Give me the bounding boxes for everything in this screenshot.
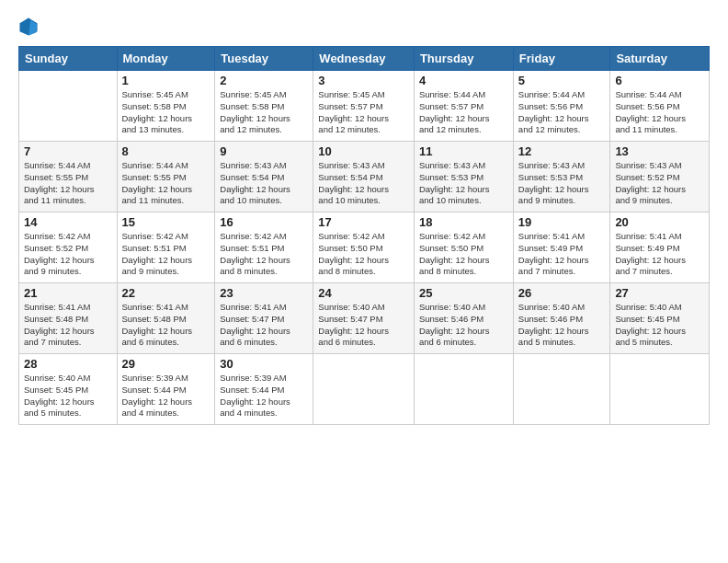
- cell-content: [24, 74, 112, 138]
- cell-info: Sunrise: 5:39 AM Sunset: 5:44 PM Dayligh…: [122, 373, 210, 419]
- calendar-cell: 12Sunrise: 5:43 AM Sunset: 5:53 PM Dayli…: [513, 142, 610, 213]
- cell-content: 2Sunrise: 5:45 AM Sunset: 5:58 PM Daylig…: [220, 74, 308, 138]
- cell-info: Sunrise: 5:45 AM Sunset: 5:58 PM Dayligh…: [220, 89, 308, 136]
- day-number: 27: [615, 286, 704, 300]
- cell-content: 13Sunrise: 5:43 AM Sunset: 5:52 PM Dayli…: [615, 144, 704, 209]
- cell-content: 27Sunrise: 5:40 AM Sunset: 5:45 PM Dayli…: [615, 286, 704, 350]
- calendar-cell: 16Sunrise: 5:42 AM Sunset: 5:51 PM Dayli…: [215, 213, 313, 283]
- col-header-tuesday: Tuesday: [215, 47, 313, 71]
- col-header-thursday: Thursday: [414, 47, 513, 71]
- cell-content: 6Sunrise: 5:44 AM Sunset: 5:56 PM Daylig…: [615, 74, 704, 138]
- cell-content: 25Sunrise: 5:40 AM Sunset: 5:46 PM Dayli…: [419, 286, 508, 350]
- calendar-cell: 27Sunrise: 5:40 AM Sunset: 5:45 PM Dayli…: [610, 283, 710, 354]
- day-number: 8: [122, 144, 210, 158]
- calendar-table: SundayMondayTuesdayWednesdayThursdayFrid…: [18, 46, 710, 425]
- cell-content: [518, 357, 606, 421]
- calendar-cell: 11Sunrise: 5:43 AM Sunset: 5:53 PM Dayli…: [414, 142, 513, 213]
- calendar-cell: 10Sunrise: 5:43 AM Sunset: 5:54 PM Dayli…: [313, 142, 415, 213]
- cell-content: 19Sunrise: 5:41 AM Sunset: 5:49 PM Dayli…: [518, 215, 606, 280]
- day-number: 1: [122, 74, 210, 87]
- day-number: 22: [122, 286, 210, 300]
- cell-info: Sunrise: 5:42 AM Sunset: 5:51 PM Dayligh…: [122, 231, 210, 278]
- calendar-cell: 26Sunrise: 5:40 AM Sunset: 5:46 PM Dayli…: [513, 283, 610, 354]
- calendar-cell: 8Sunrise: 5:44 AM Sunset: 5:55 PM Daylig…: [117, 142, 215, 213]
- calendar-cell: 29Sunrise: 5:39 AM Sunset: 5:44 PM Dayli…: [117, 354, 215, 425]
- calendar-cell: 7Sunrise: 5:44 AM Sunset: 5:55 PM Daylig…: [19, 142, 118, 213]
- calendar-cell: 20Sunrise: 5:41 AM Sunset: 5:49 PM Dayli…: [610, 213, 710, 283]
- cell-info: Sunrise: 5:43 AM Sunset: 5:53 PM Dayligh…: [419, 160, 508, 207]
- day-number: 17: [318, 215, 409, 229]
- cell-info: Sunrise: 5:44 AM Sunset: 5:56 PM Dayligh…: [615, 89, 704, 136]
- cell-content: 5Sunrise: 5:44 AM Sunset: 5:56 PM Daylig…: [518, 74, 606, 138]
- day-number: 7: [24, 144, 112, 158]
- day-number: 29: [122, 357, 210, 371]
- calendar-cell: 13Sunrise: 5:43 AM Sunset: 5:52 PM Dayli…: [610, 142, 710, 213]
- cell-info: Sunrise: 5:41 AM Sunset: 5:47 PM Dayligh…: [220, 302, 308, 349]
- cell-info: Sunrise: 5:44 AM Sunset: 5:56 PM Dayligh…: [518, 89, 606, 136]
- calendar-cell: 22Sunrise: 5:41 AM Sunset: 5:48 PM Dayli…: [117, 283, 215, 354]
- cell-info: Sunrise: 5:44 AM Sunset: 5:55 PM Dayligh…: [24, 160, 112, 207]
- col-header-saturday: Saturday: [610, 47, 710, 71]
- cell-info: Sunrise: 5:40 AM Sunset: 5:45 PM Dayligh…: [24, 373, 112, 419]
- calendar-cell: [414, 354, 513, 425]
- col-header-sunday: Sunday: [19, 47, 118, 71]
- cell-content: 17Sunrise: 5:42 AM Sunset: 5:50 PM Dayli…: [318, 215, 409, 280]
- cell-info: Sunrise: 5:41 AM Sunset: 5:48 PM Dayligh…: [24, 302, 112, 349]
- cell-info: Sunrise: 5:41 AM Sunset: 5:48 PM Dayligh…: [122, 302, 210, 349]
- calendar-cell: [313, 354, 415, 425]
- cell-info: Sunrise: 5:42 AM Sunset: 5:50 PM Dayligh…: [318, 231, 409, 278]
- cell-content: 23Sunrise: 5:41 AM Sunset: 5:47 PM Dayli…: [220, 286, 308, 350]
- cell-info: Sunrise: 5:42 AM Sunset: 5:52 PM Dayligh…: [24, 231, 112, 278]
- day-number: 21: [24, 286, 112, 300]
- day-number: 30: [220, 357, 308, 371]
- cell-content: 14Sunrise: 5:42 AM Sunset: 5:52 PM Dayli…: [24, 215, 112, 280]
- cell-content: 26Sunrise: 5:40 AM Sunset: 5:46 PM Dayli…: [518, 286, 606, 350]
- calendar-cell: 15Sunrise: 5:42 AM Sunset: 5:51 PM Dayli…: [117, 213, 215, 283]
- calendar-cell: 24Sunrise: 5:40 AM Sunset: 5:47 PM Dayli…: [313, 283, 415, 354]
- cell-info: Sunrise: 5:40 AM Sunset: 5:45 PM Dayligh…: [615, 302, 704, 349]
- day-number: 6: [615, 74, 704, 87]
- calendar-cell: 6Sunrise: 5:44 AM Sunset: 5:56 PM Daylig…: [610, 71, 710, 142]
- day-number: 9: [220, 144, 308, 158]
- day-number: 24: [318, 286, 409, 300]
- day-number: 20: [615, 215, 704, 229]
- day-number: 2: [220, 74, 308, 87]
- day-number: 23: [220, 286, 308, 300]
- cell-info: Sunrise: 5:42 AM Sunset: 5:51 PM Dayligh…: [220, 231, 308, 278]
- day-number: 26: [518, 286, 606, 300]
- day-number: 25: [419, 286, 508, 300]
- day-number: 14: [24, 215, 112, 229]
- cell-info: Sunrise: 5:42 AM Sunset: 5:50 PM Dayligh…: [419, 231, 508, 278]
- cell-content: 8Sunrise: 5:44 AM Sunset: 5:55 PM Daylig…: [122, 144, 210, 209]
- cell-info: Sunrise: 5:44 AM Sunset: 5:57 PM Dayligh…: [419, 89, 508, 136]
- calendar-cell: 18Sunrise: 5:42 AM Sunset: 5:50 PM Dayli…: [414, 213, 513, 283]
- calendar-cell: 2Sunrise: 5:45 AM Sunset: 5:58 PM Daylig…: [215, 71, 313, 142]
- calendar-cell: 9Sunrise: 5:43 AM Sunset: 5:54 PM Daylig…: [215, 142, 313, 213]
- day-number: 4: [419, 74, 508, 87]
- cell-content: [615, 357, 704, 421]
- day-number: 19: [518, 215, 606, 229]
- cell-content: 21Sunrise: 5:41 AM Sunset: 5:48 PM Dayli…: [24, 286, 112, 350]
- cell-content: 30Sunrise: 5:39 AM Sunset: 5:44 PM Dayli…: [220, 357, 308, 421]
- header: [18, 17, 710, 37]
- calendar-cell: 21Sunrise: 5:41 AM Sunset: 5:48 PM Dayli…: [19, 283, 118, 354]
- cell-info: Sunrise: 5:43 AM Sunset: 5:54 PM Dayligh…: [220, 160, 308, 207]
- day-number: 10: [318, 144, 409, 158]
- calendar-cell: [19, 71, 118, 142]
- page: SundayMondayTuesdayWednesdayThursdayFrid…: [0, 0, 728, 563]
- cell-content: 9Sunrise: 5:43 AM Sunset: 5:54 PM Daylig…: [220, 144, 308, 209]
- cell-info: Sunrise: 5:45 AM Sunset: 5:57 PM Dayligh…: [318, 89, 409, 136]
- day-number: 11: [419, 144, 508, 158]
- day-number: 5: [518, 74, 606, 87]
- cell-info: Sunrise: 5:43 AM Sunset: 5:53 PM Dayligh…: [518, 160, 606, 207]
- calendar-cell: 19Sunrise: 5:41 AM Sunset: 5:49 PM Dayli…: [513, 213, 610, 283]
- calendar-cell: 14Sunrise: 5:42 AM Sunset: 5:52 PM Dayli…: [19, 213, 118, 283]
- calendar-week-row: 28Sunrise: 5:40 AM Sunset: 5:45 PM Dayli…: [19, 354, 710, 425]
- cell-content: 22Sunrise: 5:41 AM Sunset: 5:48 PM Dayli…: [122, 286, 210, 350]
- logo: [18, 17, 44, 37]
- col-header-friday: Friday: [513, 47, 610, 71]
- day-number: 16: [220, 215, 308, 229]
- day-number: 3: [318, 74, 409, 87]
- calendar-cell: 17Sunrise: 5:42 AM Sunset: 5:50 PM Dayli…: [313, 213, 415, 283]
- calendar-cell: 1Sunrise: 5:45 AM Sunset: 5:58 PM Daylig…: [117, 71, 215, 142]
